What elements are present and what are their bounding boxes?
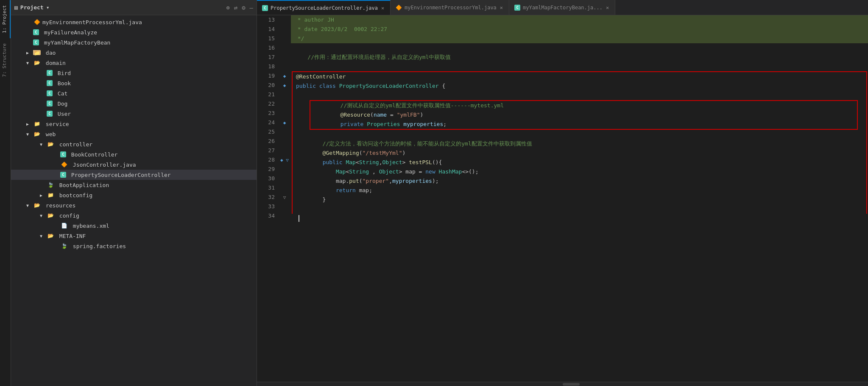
code-line-33 (293, 204, 866, 214)
locate-icon[interactable]: ⊕ (226, 4, 229, 11)
arrow-none (40, 183, 47, 187)
class-badge-icon: C (33, 39, 39, 45)
arrow-collapsed: ▶ (26, 50, 33, 55)
gutter-25 (278, 127, 291, 137)
line-num-34: 34 (260, 211, 275, 221)
line-num-26: 26 (260, 137, 275, 146)
code-line-15: */ (291, 34, 868, 43)
vtab-project[interactable]: 1: Project (0, 0, 11, 38)
arrow-none (40, 112, 47, 116)
tab-myEnvironmentProcessorYml[interactable]: 🔶 myEnvironmentProcessorYml.java ✕ (391, 0, 509, 15)
tab-class-icon: C (262, 5, 268, 11)
tab-close-icon[interactable]: ✕ (380, 4, 385, 12)
line-num-14: 14 (260, 25, 275, 34)
file-label: Book (54, 80, 71, 87)
gutter-27 (278, 146, 291, 155)
tree-item-spring-factories[interactable]: 🍃 spring.factories (11, 241, 257, 251)
code-line-21 (293, 91, 866, 100)
tree-item-BootApplication[interactable]: 🍃 BootApplication (11, 180, 257, 190)
class-badge-icon: C (47, 101, 53, 106)
code-line-16 (291, 43, 868, 53)
tree-item-myEnvironmentProcessorYml[interactable]: 🔶 myEnvironmentProcessorYml.java (11, 17, 257, 27)
gutter-28: ◆ ▽ (278, 155, 291, 165)
tree-item-myYamlMapFactoryBean[interactable]: C myYamlMapFactoryBean (11, 37, 257, 48)
file-label: myYamlMapFactoryBean (41, 39, 110, 46)
arrow-collapsed: ▶ (26, 122, 33, 126)
gutter-32: ▽ (278, 193, 291, 202)
tree-item-META-INF[interactable]: ▼ 📂 META-INF (11, 231, 257, 241)
horizontal-scrollbar[interactable] (257, 382, 868, 386)
folder-icon: 📁 (33, 121, 41, 127)
arrow-none (53, 162, 60, 167)
tree-item-service[interactable]: ▶ 📁 service (11, 119, 257, 129)
code-line-29: Map<String , Object> map = new HashMap<>… (293, 167, 866, 176)
tab-close-icon[interactable]: ✕ (499, 4, 504, 11)
code-editor[interactable]: 13 14 15 16 17 18 19 20 21 22 23 24 25 2… (257, 15, 868, 382)
tree-item-controller[interactable]: ▼ 📂 controller (11, 139, 257, 149)
file-label: Dog (54, 101, 67, 107)
folder-icon: 📂 (47, 141, 54, 147)
tab-myYamlMapFactoryBean[interactable]: C myYamlMapFactoryBean.ja... ✕ (509, 0, 615, 15)
tree-item-User[interactable]: C User (11, 109, 257, 119)
gutter-30 (278, 174, 291, 183)
tree-item-PropertySourceLoaderController[interactable]: C PropertySourceLoaderController (11, 170, 257, 180)
folder-icon: 📂 (47, 213, 54, 218)
line-numbers: 13 14 15 16 17 18 19 20 21 22 23 24 25 2… (257, 15, 278, 382)
tree-item-config[interactable]: ▼ 📂 config (11, 210, 257, 221)
tree-item-dao[interactable]: ▶ 📁 dao (11, 48, 257, 58)
folder-label: META-INF (56, 233, 86, 239)
tree-item-Cat[interactable]: C Cat (11, 88, 257, 98)
folder-icon: 📂 (47, 233, 54, 239)
arrow-none (40, 91, 47, 96)
tree-item-resources[interactable]: ▼ 📂 resources (11, 200, 257, 210)
code-line-27: @GetMapping("/testMyYml") (293, 148, 866, 158)
gutter-16 (278, 43, 291, 53)
sidebar-dropdown-icon[interactable]: ▾ (46, 4, 50, 11)
tree-item-Dog[interactable]: C Dog (11, 98, 257, 109)
tree-item-domain[interactable]: ▼ 📂 domain (11, 58, 257, 68)
spring-icon: 🍃 (47, 182, 54, 188)
scrollbar-thumb[interactable] (563, 383, 580, 386)
tree-item-bootconfig[interactable]: ▶ 📁 bootconfig (11, 190, 257, 200)
tab-class-icon: C (514, 5, 520, 11)
line-num-19: 19 (260, 71, 275, 81)
gutter-17 (278, 53, 291, 62)
tree-item-Bird[interactable]: C Bird (11, 68, 257, 78)
code-lines-container[interactable]: * author JH * date 2023/8/2 0002 22:27 *… (291, 15, 868, 382)
tree-item-myFailureAnalyze[interactable]: C myFailureAnalyze (11, 27, 257, 37)
code-line-34 (291, 214, 868, 223)
file-label: mybeans.xml (70, 223, 109, 229)
vtab-structure[interactable]: 7: Structure (0, 38, 11, 82)
arrow-none (53, 173, 60, 177)
tree-item-mybeans[interactable]: 📄 mybeans.xml (11, 221, 257, 231)
gutter-22 (278, 99, 291, 109)
arrow-none (53, 224, 60, 228)
line-num-13: 13 (260, 15, 275, 25)
folder-icon: 📁 (47, 192, 54, 198)
line-num-20: 20 (260, 81, 275, 90)
tree-item-web[interactable]: ▼ 📂 web (11, 129, 257, 139)
tab-label: PropertySourceLoaderController.java (271, 5, 378, 11)
line-num-18: 18 (260, 62, 275, 71)
gutter-14 (278, 25, 291, 34)
code-line-26: //定义方法，看访问这个方法的时候，能不能从自定义的yml配置文件中获取到属性值 (293, 139, 866, 148)
tab-close-icon[interactable]: ✕ (605, 4, 610, 11)
arrow-expanded: ▼ (40, 213, 47, 218)
close-sidebar-icon[interactable]: — (250, 4, 253, 11)
red-box-inner: //测试从自定义的yml配置文件中获取属性值------mytest.yml @… (310, 100, 858, 130)
gutter-31 (278, 183, 291, 193)
arrow-none (53, 244, 60, 249)
gutter-19: ◆ (278, 71, 291, 81)
tree-item-JsonController[interactable]: 🔶 JsonController.java (11, 159, 257, 170)
folder-label: web (42, 131, 56, 137)
arrow-none (26, 30, 33, 35)
line-num-23: 23 (260, 109, 275, 118)
tree-item-Book[interactable]: C Book (11, 78, 257, 88)
folder-label: service (42, 121, 69, 127)
settings-icon[interactable]: ⚙ (242, 4, 245, 11)
tab-PropertySourceLoaderController[interactable]: C PropertySourceLoaderController.java ✕ (257, 0, 391, 15)
code-line-30: map.put("proper",myproperties); (293, 176, 866, 186)
code-line-20: public class PropertySourceLoaderControl… (293, 81, 866, 91)
collapse-icon[interactable]: ⇄ (234, 4, 237, 11)
tree-item-BookController[interactable]: C BookController (11, 149, 257, 159)
